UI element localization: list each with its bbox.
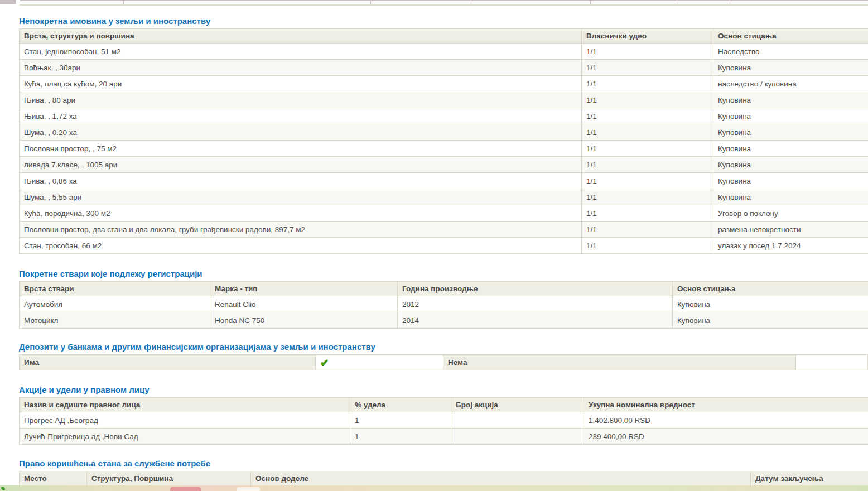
- table-cell: [451, 429, 584, 445]
- table-cell: Стан, једноипособан, 51 м2: [20, 44, 582, 60]
- table-cell: 1/1: [582, 238, 713, 254]
- table-cell: Куповина: [713, 92, 868, 108]
- table-row: Њива, , 80 ари1/1Куповина: [20, 92, 868, 108]
- column-header: Врста, структура и површина: [20, 29, 582, 44]
- table-cell: 1/1: [582, 205, 713, 222]
- deposits-has-label: Има: [20, 355, 316, 370]
- real-estate-table: Врста, структура и површинаВласнички уде…: [19, 28, 868, 254]
- column-header: Врста ствари: [20, 282, 210, 296]
- table-cell: Воћњак, , 30ари: [20, 60, 582, 76]
- cell-divider: [471, 1, 471, 4]
- table-cell: размена непокретности: [713, 222, 868, 238]
- table-cell: Њива, , 0,86 ха: [20, 173, 582, 189]
- table-cell: Куповина: [673, 296, 868, 312]
- table-header-row: Врста, структура и површинаВласнички уде…: [20, 29, 868, 44]
- table-cell: наследство / куповина: [713, 76, 868, 92]
- table-cell: Стан, трособан, 66 м2: [20, 238, 582, 254]
- table-cell: 1/1: [582, 189, 713, 205]
- table-row: Пословни простор, , 75 м21/1Куповина: [20, 141, 868, 157]
- table-row: Њива, , 1,72 ха1/1Куповина: [20, 108, 868, 124]
- table-cell: 1/1: [582, 157, 713, 173]
- table-row: Пословни простор, два стана и два локала…: [20, 222, 868, 238]
- table-cell: Куповина: [673, 312, 868, 329]
- table-cell: Њива, , 80 ари: [20, 92, 582, 108]
- section-title-shares: Акције и удели у правном лицу: [19, 385, 868, 394]
- table-cell: 1/1: [582, 92, 713, 108]
- section-title-deposits: Депозити у банкама и другим финансијским…: [19, 342, 868, 352]
- shares-table: Назив и седиште правног лица% уделаБрој …: [19, 397, 868, 445]
- table-cell: 1/1: [582, 173, 713, 189]
- table-cell: Аутомобил: [20, 296, 210, 312]
- table-row: Стан, трособан, 66 м21/1улазак у посед 1…: [20, 238, 868, 254]
- table-cell: Куповина: [713, 60, 868, 76]
- column-header: Власнички удео: [582, 29, 713, 44]
- table-cell: Honda NC 750: [210, 312, 398, 329]
- table-cell: 239.400,00 RSD: [584, 429, 868, 445]
- table-cell: 1/1: [582, 76, 713, 92]
- top-corner-block: [0, 0, 16, 4]
- clipped-top-table-remnant: [0, 0, 868, 6]
- table-cell: Пословни простор, два стана и два локала…: [20, 222, 582, 238]
- column-header: Број акција: [451, 398, 584, 412]
- table-row: МотоциклHonda NC 7502014Куповина: [20, 312, 868, 329]
- column-header: Основ стицања: [673, 282, 868, 296]
- table-cell: 2012: [398, 296, 673, 312]
- table-cell: 1/1: [582, 60, 713, 76]
- table-cell: 1/1: [582, 44, 713, 60]
- table-cell: [451, 412, 584, 429]
- table-header-row: Назив и седиште правног лица% уделаБрој …: [20, 398, 868, 412]
- table-cell: Пословни простор, , 75 м2: [20, 141, 582, 157]
- plant-icon: [1, 487, 5, 490]
- clipped-bottom-toolbar: [0, 485, 868, 491]
- column-header: Назив и седиште правног лица: [20, 398, 350, 412]
- table-row: Њива, , 0,86 ха1/1Куповина: [20, 173, 868, 189]
- deposits-yes-no-row: Има ✔ Нема: [19, 354, 868, 370]
- section-deposits: Депозити у банкама и другим финансијским…: [19, 342, 868, 370]
- declaration-content: Непокретна имовина у земљи и иностранств…: [19, 16, 868, 491]
- table-row: Шума, , 0.20 ха1/1Куповина: [20, 124, 868, 141]
- column-header: % удела: [350, 398, 451, 412]
- section-shares: Акције и удели у правном лицу Назив и се…: [19, 385, 868, 445]
- table-cell: 1/1: [582, 222, 713, 238]
- table-cell: Мотоцикл: [20, 312, 210, 329]
- table-cell: 1/1: [582, 124, 713, 141]
- section-real-estate: Непокретна имовина у земљи и иностранств…: [19, 16, 868, 254]
- column-header: Марка - тип: [210, 282, 398, 296]
- table-cell: 2014: [398, 312, 673, 329]
- clipped-white-button[interactable]: [237, 487, 260, 491]
- section-title-real-estate: Непокретна имовина у земљи и иностранств…: [19, 16, 868, 26]
- table-cell: Куповина: [713, 108, 868, 124]
- table-cell: Куповина: [713, 124, 868, 141]
- movables-table: Врста ствариМарка - типГодина производње…: [19, 281, 868, 329]
- table-cell: Кућа, породична, 300 м2: [20, 205, 582, 222]
- table-cell: Шума, , 5,55 ари: [20, 189, 582, 205]
- cell-divider: [677, 1, 677, 4]
- table-row: АутомобилRenault Clio2012Куповина: [20, 296, 868, 312]
- table-row: Воћњак, , 30ари1/1Куповина: [20, 60, 868, 76]
- top-row-fragment: [20, 0, 868, 6]
- cell-divider: [123, 1, 124, 4]
- cell-divider: [590, 1, 591, 4]
- table-cell: Лучић-Пригревица ад ,Нови Сад: [20, 429, 350, 445]
- table-cell: Куповина: [713, 141, 868, 157]
- table-row: Кућа, плац са кућом, 20 ари1/1наследство…: [20, 76, 868, 92]
- section-movables: Покретне ствари које подлежу регистрациј…: [19, 269, 868, 329]
- table-row: Прогрес АД ,Београд11.402.800,00 RSD: [20, 412, 868, 429]
- table-cell: Куповина: [713, 189, 868, 205]
- table-cell: 1: [350, 412, 451, 429]
- table-cell: ливада 7.класе, , 1005 ари: [20, 157, 582, 173]
- table-cell: Прогрес АД ,Београд: [20, 412, 350, 429]
- table-cell: Куповина: [713, 173, 868, 189]
- table-cell: 1.402.800,00 RSD: [584, 412, 868, 429]
- column-header: Година производње: [398, 282, 673, 296]
- clipped-pink-button[interactable]: [170, 487, 201, 491]
- table-cell: Renault Clio: [210, 296, 398, 312]
- section-title-movables: Покретне ствари које подлежу регистрациј…: [19, 269, 868, 278]
- checkmark-icon: ✔: [320, 358, 329, 368]
- column-header: Место: [20, 471, 87, 486]
- table-cell: улазак у посед 1.7.2024: [713, 238, 868, 254]
- table-cell: 1: [350, 429, 451, 445]
- table-cell: Наследство: [713, 44, 868, 60]
- table-cell: Куповина: [713, 157, 868, 173]
- section-title-official-apartment: Право коришћења стана за службене потреб…: [19, 459, 868, 468]
